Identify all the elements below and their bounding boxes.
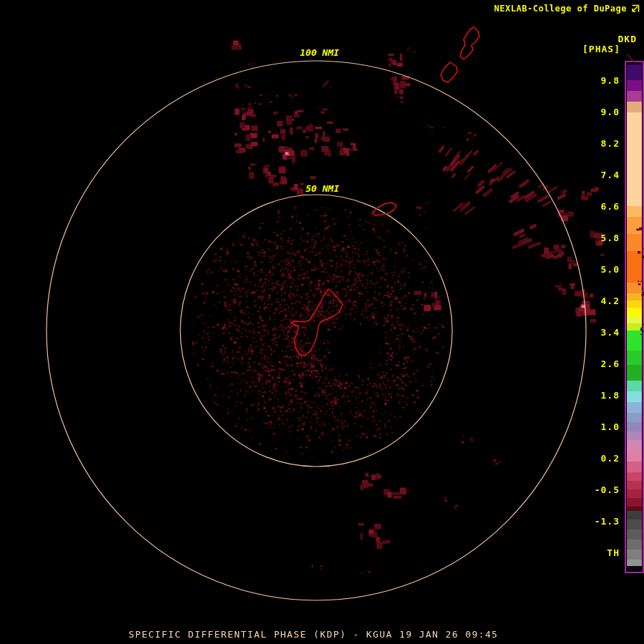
radar-display-canvas — [0, 0, 644, 644]
product-code-label: DKD — [618, 34, 637, 44]
brand-text: NEXLAB-College of DuPage — [494, 4, 627, 14]
ring-label-50nmi: 50 NMI — [303, 183, 341, 194]
product-caption: SPECIFIC DIFFERENTIAL PHASE (KDP) - KGUA… — [0, 629, 635, 640]
ring-label-100nmi: 100 NMI — [298, 47, 341, 58]
radar-screen: NEXLAB-College of DuPage DKD [PHAS] 9.89… — [0, 0, 644, 644]
external-link-icon[interactable] — [630, 4, 640, 14]
brand-header: NEXLAB-College of DuPage — [494, 4, 640, 14]
units-label: [PHAS] — [582, 44, 620, 54]
